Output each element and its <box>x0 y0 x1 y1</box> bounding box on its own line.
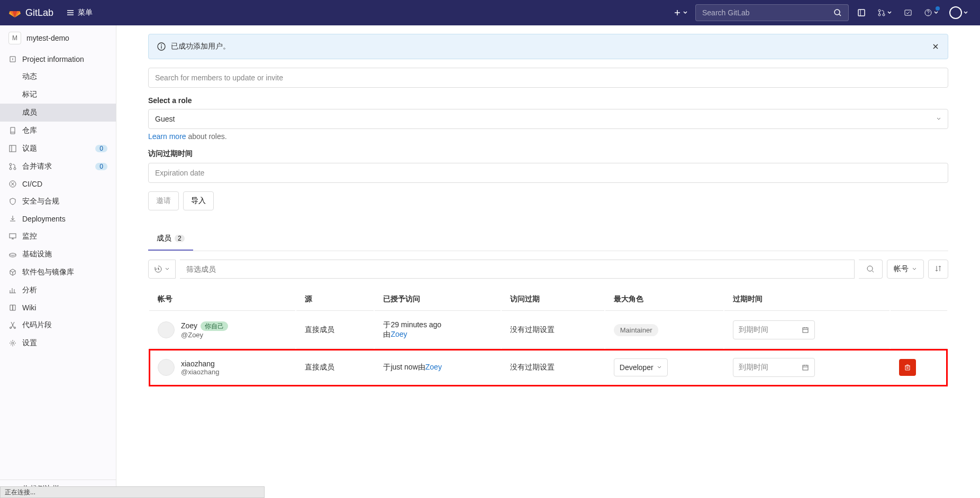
sidebar-item-label: Project information <box>22 55 107 63</box>
svg-point-9 <box>10 163 12 165</box>
svg-point-10 <box>10 168 12 170</box>
svg-point-17 <box>161 44 162 45</box>
th-role: 最大角色 <box>605 288 723 311</box>
sidebar-item-label: 软件包与镜像库 <box>22 268 107 277</box>
gitlab-logo-icon[interactable] <box>8 6 21 19</box>
sidebar-item-label: 合并请求 <box>22 162 90 171</box>
sidebar-item-label: Deployments <box>22 215 107 223</box>
svg-point-3 <box>878 14 881 16</box>
sidebar-item-15[interactable]: 代码片段 <box>0 316 116 334</box>
sidebar-item-11[interactable]: 基础设施 <box>0 245 116 263</box>
chevron-down-icon <box>683 10 688 15</box>
filter-search-button[interactable] <box>859 260 883 279</box>
svg-point-0 <box>834 10 840 15</box>
sidebar-item-label: 安全与合规 <box>22 197 107 206</box>
member-avatar <box>158 359 175 376</box>
help-icon-btn[interactable] <box>921 4 942 21</box>
svg-point-4 <box>883 14 885 16</box>
issues-icon <box>8 144 17 153</box>
th-access: 已授予访问 <box>375 288 501 311</box>
infra-icon <box>8 250 17 259</box>
role-select[interactable]: Guest <box>148 109 948 129</box>
sidebar-item-13[interactable]: 分析 <box>0 281 116 299</box>
filter-history-btn[interactable] <box>148 260 176 279</box>
sidebar-item-label: 设置 <box>22 338 107 348</box>
sidebar-item-5[interactable]: 议题0 <box>0 140 116 158</box>
navbar: GitLab 菜单 <box>0 0 980 25</box>
th-source: 源 <box>296 288 374 311</box>
menu-toggle[interactable]: 菜单 <box>66 8 93 17</box>
sidebar-item-0[interactable]: Project information <box>0 51 116 68</box>
tab-members[interactable]: 成员 2 <box>148 227 193 251</box>
expiry-cell: 没有过期设置 <box>502 312 604 348</box>
member-search-input[interactable] <box>148 68 948 88</box>
expiry-time-input[interactable]: 到期时间 <box>733 358 815 377</box>
sidebar-item-16[interactable]: 设置 <box>0 334 116 352</box>
sidebar-item-12[interactable]: 软件包与镜像库 <box>0 263 116 281</box>
user-menu[interactable] <box>946 4 972 21</box>
sidebar-item-4[interactable]: 仓库 <box>0 122 116 140</box>
svg-rect-12 <box>10 234 16 238</box>
svg-point-14 <box>14 327 16 329</box>
svg-point-2 <box>878 10 881 12</box>
svg-rect-1 <box>858 10 865 16</box>
role-help: Learn more about roles. <box>148 132 948 141</box>
member-username: @xiaozhang <box>181 368 219 376</box>
sidebar-item-2[interactable]: 标记 <box>0 86 116 104</box>
project-name: mytest-demo <box>26 34 69 42</box>
member-name[interactable]: Zoey <box>181 321 197 330</box>
delete-member-button[interactable] <box>899 359 916 376</box>
sidebar-item-9[interactable]: Deployments <box>0 210 116 227</box>
merge-requests-icon-btn[interactable] <box>874 4 895 21</box>
sidebar-item-7[interactable]: CI/CD <box>0 176 116 192</box>
svg-point-13 <box>10 327 12 329</box>
member-search-section <box>148 68 948 88</box>
access-by-link[interactable]: Zoey <box>425 363 442 371</box>
import-button[interactable]: 导入 <box>183 191 214 210</box>
access-cell: 于29 minutes ago由Zoey <box>375 312 501 348</box>
sidebar-item-8[interactable]: 安全与合规 <box>0 192 116 210</box>
svg-rect-20 <box>803 365 808 370</box>
plus-icon <box>673 8 682 17</box>
sidebar-item-14[interactable]: Wiki <box>0 299 116 316</box>
access-by-link[interactable]: Zoey <box>391 330 407 338</box>
member-name[interactable]: xiaozhang <box>181 359 215 368</box>
search-icon <box>833 8 842 17</box>
filter-input[interactable] <box>180 260 854 278</box>
chevron-down-icon <box>963 10 968 15</box>
sidebar-item-6[interactable]: 合并请求0 <box>0 158 116 176</box>
project-header[interactable]: M mytest-demo <box>0 25 116 51</box>
sidebar-item-label: 监控 <box>22 232 107 241</box>
search-input[interactable] <box>702 8 833 17</box>
chevron-down-icon <box>165 266 170 272</box>
search-box[interactable] <box>695 4 849 21</box>
sort-direction-button[interactable] <box>928 260 948 279</box>
todos-icon-btn[interactable] <box>900 4 917 21</box>
role-select[interactable]: Developer <box>614 358 668 376</box>
wiki-icon <box>8 303 17 312</box>
sort-dropdown[interactable]: 帐号 <box>887 260 924 279</box>
info-icon <box>8 55 17 63</box>
chevron-down-icon <box>657 365 662 370</box>
sidebar-badge: 0 <box>95 163 107 170</box>
member-avatar <box>158 321 175 338</box>
sidebar-item-3[interactable]: 成员 <box>0 104 116 122</box>
navbar-brand[interactable]: GitLab <box>25 7 53 19</box>
expiry-input[interactable] <box>148 163 948 183</box>
sidebar-item-1[interactable]: 动态 <box>0 68 116 86</box>
expiry-section: 访问过期时间 <box>148 149 948 183</box>
expiry-cell: 没有过期设置 <box>502 349 604 386</box>
members-table: 帐号 源 已授予访问 访问过期 最大角色 过期时间 Zoey你自己@Zoey直接… <box>148 287 948 387</box>
close-icon[interactable] <box>932 43 939 50</box>
issues-icon-btn[interactable] <box>853 4 870 21</box>
sidebar-item-10[interactable]: 监控 <box>0 227 116 245</box>
chevron-down-icon <box>936 116 941 122</box>
expiry-time-input[interactable]: 到期时间 <box>733 320 815 339</box>
learn-more-link[interactable]: Learn more <box>148 132 186 141</box>
chevron-down-icon <box>887 10 892 15</box>
create-dropdown[interactable] <box>670 4 691 21</box>
svg-rect-19 <box>803 328 808 333</box>
svg-point-11 <box>14 168 16 170</box>
invite-button[interactable]: 邀请 <box>148 191 179 210</box>
alert-message: 已成功添加用户。 <box>171 42 230 51</box>
